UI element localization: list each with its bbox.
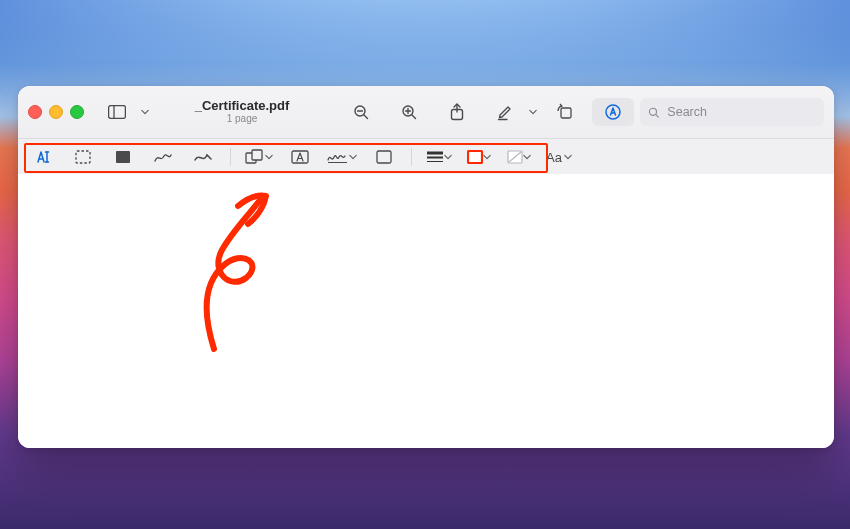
svg-rect-24 xyxy=(252,150,262,160)
search-input[interactable] xyxy=(665,104,816,120)
svg-rect-14 xyxy=(561,108,571,118)
separator xyxy=(411,148,412,166)
zoom-out-button[interactable] xyxy=(340,98,382,126)
stroke-style-icon xyxy=(426,151,444,163)
search-icon xyxy=(648,106,659,119)
document-title: _Certificate.pdf xyxy=(195,99,290,113)
window-controls xyxy=(28,105,84,119)
rect-select-tool[interactable] xyxy=(66,145,100,169)
rect-select-icon xyxy=(75,150,91,164)
chevron-down-icon xyxy=(265,153,273,161)
sidebar-toggle-button[interactable] xyxy=(96,98,138,126)
chevron-down-icon xyxy=(564,153,572,161)
sidebar-menu-chevron[interactable] xyxy=(140,108,150,116)
textbox-tool[interactable] xyxy=(283,145,317,169)
shapes-tool[interactable] xyxy=(241,145,277,169)
border-color-icon xyxy=(467,150,483,164)
chevron-down-icon xyxy=(483,153,491,161)
fill-color-icon xyxy=(507,150,523,164)
share-icon xyxy=(449,103,465,121)
svg-line-6 xyxy=(364,115,368,119)
text-tool-icon xyxy=(34,149,52,165)
document-subtitle: 1 page xyxy=(227,113,258,125)
zoom-in-button[interactable] xyxy=(388,98,430,126)
highlight-button[interactable] xyxy=(484,98,526,126)
minimize-window-button[interactable] xyxy=(49,105,63,119)
markup-toggle-button[interactable] xyxy=(592,98,634,126)
svg-rect-22 xyxy=(116,151,130,163)
sign-icon xyxy=(327,150,349,164)
share-button[interactable] xyxy=(436,98,478,126)
redact-icon xyxy=(115,150,131,164)
text-style-picker[interactable]: Aa xyxy=(542,145,576,169)
highlight-pen-icon xyxy=(497,103,513,121)
svg-rect-2 xyxy=(109,106,126,119)
zoom-out-icon xyxy=(353,104,369,120)
textbox-icon xyxy=(291,150,309,164)
draw-tool[interactable] xyxy=(186,145,220,169)
stroke-style-picker[interactable] xyxy=(422,145,456,169)
zoom-in-icon xyxy=(401,104,417,120)
svg-rect-31 xyxy=(468,151,482,163)
markup-icon xyxy=(604,103,622,121)
sketch-icon xyxy=(154,150,172,164)
svg-line-10 xyxy=(412,115,416,119)
svg-point-15 xyxy=(606,105,620,119)
document-canvas[interactable] xyxy=(18,174,834,448)
separator xyxy=(230,148,231,166)
svg-rect-21 xyxy=(76,151,90,163)
close-window-button[interactable] xyxy=(28,105,42,119)
rotate-button[interactable] xyxy=(544,98,586,126)
border-color-picker[interactable] xyxy=(462,145,496,169)
highlight-menu-chevron[interactable] xyxy=(528,108,538,116)
draw-icon xyxy=(194,150,212,164)
sign-tool[interactable] xyxy=(323,145,361,169)
note-icon xyxy=(376,150,392,164)
text-style-label: Aa xyxy=(546,150,564,165)
text-select-tool[interactable] xyxy=(26,145,60,169)
titlebar: _Certificate.pdf 1 page xyxy=(18,86,834,139)
shapes-icon xyxy=(245,149,265,165)
rotate-icon xyxy=(556,103,574,121)
fill-color-picker[interactable] xyxy=(502,145,536,169)
redact-tool[interactable] xyxy=(106,145,140,169)
markup-toolbar: Aa xyxy=(18,139,834,176)
app-window: _Certificate.pdf 1 page xyxy=(18,86,834,448)
search-field[interactable] xyxy=(640,98,824,126)
sketch-tool[interactable] xyxy=(146,145,180,169)
svg-rect-27 xyxy=(377,151,391,163)
chevron-down-icon xyxy=(523,153,531,161)
svg-line-17 xyxy=(656,114,658,116)
sidebar-icon xyxy=(108,105,126,119)
chevron-down-icon xyxy=(444,153,452,161)
chevron-down-icon xyxy=(349,153,357,161)
note-tool[interactable] xyxy=(367,145,401,169)
zoom-window-button[interactable] xyxy=(70,105,84,119)
title-area: _Certificate.pdf 1 page xyxy=(162,99,322,125)
annotation-curl-arrow-icon xyxy=(168,174,308,354)
